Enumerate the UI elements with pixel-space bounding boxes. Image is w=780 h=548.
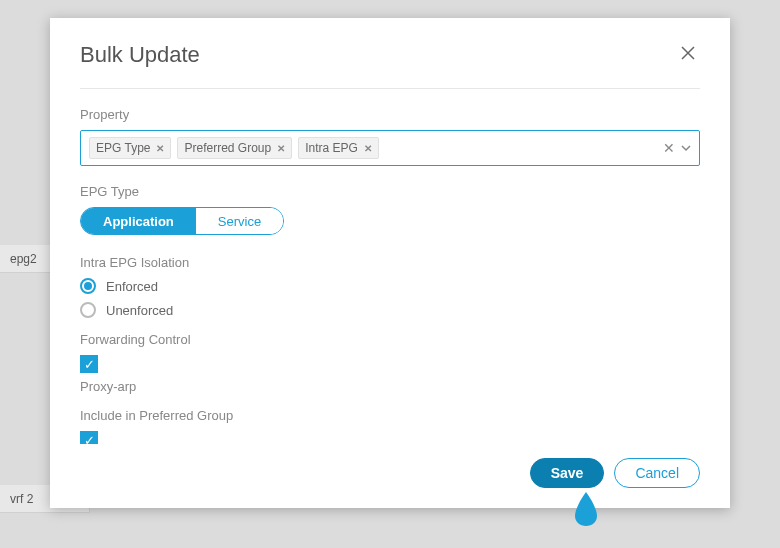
chevron-down-icon[interactable] xyxy=(681,143,691,153)
bulk-update-modal: Bulk Update Property EPG Type ✕ Preferre… xyxy=(50,18,730,508)
radio-unenforced[interactable]: Unenforced xyxy=(80,302,700,318)
check-icon: ✓ xyxy=(84,434,95,445)
modal-footer: Save Cancel xyxy=(50,444,730,508)
radio-icon xyxy=(80,278,96,294)
seg-option-service[interactable]: Service xyxy=(196,208,283,234)
tag-epg-type: EPG Type ✕ xyxy=(89,137,171,159)
seg-option-application[interactable]: Application xyxy=(81,208,196,234)
radio-label: Unenforced xyxy=(106,303,173,318)
cancel-button[interactable]: Cancel xyxy=(614,458,700,488)
epg-type-label: EPG Type xyxy=(80,184,700,199)
tag-label: Preferred Group xyxy=(184,141,271,155)
seg-option-label: Service xyxy=(218,214,261,229)
modal-title: Bulk Update xyxy=(80,42,200,68)
button-label: Save xyxy=(551,465,584,481)
check-icon: ✓ xyxy=(84,358,95,371)
modal-header: Bulk Update xyxy=(50,18,730,78)
save-button[interactable]: Save xyxy=(530,458,605,488)
modal-body: Property EPG Type ✕ Preferred Group ✕ In… xyxy=(50,89,730,444)
clear-all-icon[interactable]: ✕ xyxy=(663,140,675,156)
tag-label: EPG Type xyxy=(96,141,150,155)
tag-remove-icon[interactable]: ✕ xyxy=(156,143,164,154)
radio-label: Enforced xyxy=(106,279,158,294)
tag-remove-icon[interactable]: ✕ xyxy=(364,143,372,154)
proxy-arp-label: Proxy-arp xyxy=(80,379,700,394)
bg-row-label: epg2 xyxy=(10,252,37,266)
preferred-group-label: Include in Preferred Group xyxy=(80,408,700,423)
radio-icon xyxy=(80,302,96,318)
close-icon[interactable] xyxy=(676,42,700,66)
tag-remove-icon[interactable]: ✕ xyxy=(277,143,285,154)
intra-epg-label: Intra EPG Isolation xyxy=(80,255,700,270)
tag-input-controls: ✕ xyxy=(663,140,691,156)
radio-enforced[interactable]: Enforced xyxy=(80,278,700,294)
epg-type-segmented: Application Service xyxy=(80,207,284,235)
preferred-group-checkbox[interactable]: ✓ xyxy=(80,431,98,444)
tag-preferred-group: Preferred Group ✕ xyxy=(177,137,292,159)
button-label: Cancel xyxy=(635,465,679,481)
seg-option-label: Application xyxy=(103,214,174,229)
forwarding-control-checkbox[interactable]: ✓ xyxy=(80,355,98,373)
tag-label: Intra EPG xyxy=(305,141,358,155)
forwarding-control-label: Forwarding Control xyxy=(80,332,700,347)
property-label: Property xyxy=(80,107,700,122)
intra-epg-radio-group: Enforced Unenforced xyxy=(80,278,700,318)
tag-intra-epg: Intra EPG ✕ xyxy=(298,137,379,159)
bg-row-label: vrf 2 xyxy=(10,492,33,506)
property-tag-input[interactable]: EPG Type ✕ Preferred Group ✕ Intra EPG ✕… xyxy=(80,130,700,166)
